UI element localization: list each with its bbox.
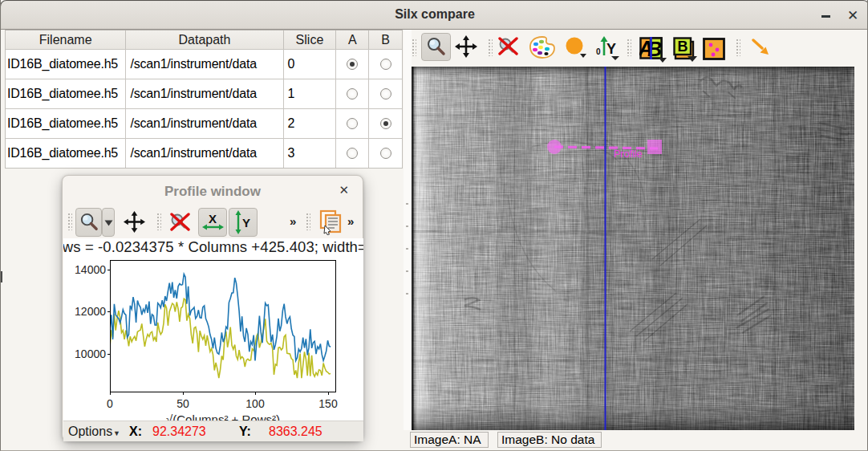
- svg-text:B: B: [647, 38, 662, 60]
- svg-text:0: 0: [596, 47, 601, 56]
- svg-text:√(Columns² + Rows²): √(Columns² + Rows²): [166, 412, 280, 421]
- svg-text:0: 0: [107, 397, 113, 410]
- svg-text:14000: 14000: [75, 263, 106, 276]
- svg-text:150: 150: [318, 397, 338, 410]
- svg-text:Profile: Profile: [614, 148, 642, 160]
- svg-text:10000: 10000: [75, 347, 106, 360]
- svg-text:B: B: [678, 39, 688, 55]
- svg-text:X: X: [209, 212, 217, 226]
- svg-text:Y: Y: [242, 216, 250, 230]
- svg-text:Y: Y: [606, 41, 616, 57]
- svg-text:50: 50: [176, 397, 189, 410]
- svg-text:100: 100: [245, 397, 265, 410]
- svg-text:12000: 12000: [75, 305, 106, 318]
